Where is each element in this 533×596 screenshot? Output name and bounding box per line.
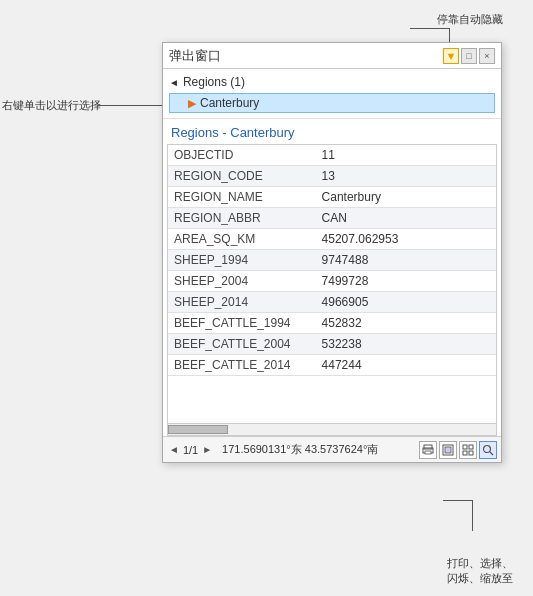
field-value: 532238 [316, 334, 496, 355]
print-icon [422, 444, 434, 456]
table-row: OBJECTID11 [168, 145, 496, 166]
table-row: AREA_SQ_KM45207.062953 [168, 229, 496, 250]
tree-group-label: Regions (1) [183, 75, 245, 89]
field-value: 452832 [316, 313, 496, 334]
field-name: SHEEP_1994 [168, 250, 316, 271]
tree-group: ◄ Regions (1) [169, 73, 495, 91]
field-value: 4966905 [316, 292, 496, 313]
table-row: BEEF_CATTLE_2004532238 [168, 334, 496, 355]
print-button[interactable] [419, 441, 437, 459]
flash-icon [462, 444, 474, 456]
attributes-table-container[interactable]: OBJECTID11REGION_CODE13REGION_NAMECanter… [167, 144, 497, 424]
table-row: REGION_ABBRCAN [168, 208, 496, 229]
field-name: BEEF_CATTLE_2004 [168, 334, 316, 355]
tree-area: ◄ Regions (1) ▶ Canterbury [163, 69, 501, 119]
field-name: REGION_ABBR [168, 208, 316, 229]
field-name: REGION_CODE [168, 166, 316, 187]
zoom-icon [482, 444, 494, 456]
annotation-left: 右键单击以进行选择 [2, 98, 101, 113]
field-value: 11 [316, 145, 496, 166]
select-button[interactable] [439, 441, 457, 459]
restore-button[interactable]: □ [461, 48, 477, 64]
table-row: SHEEP_19949747488 [168, 250, 496, 271]
h-scroll-thumb[interactable] [168, 425, 228, 434]
field-value: 447244 [316, 355, 496, 376]
zoom-button[interactable] [479, 441, 497, 459]
field-name: AREA_SQ_KM [168, 229, 316, 250]
annotation-bottom: 打印、选择、 闪烁、缩放至 [447, 556, 513, 586]
horizontal-scrollbar[interactable] [167, 424, 497, 436]
field-name: BEEF_CATTLE_1994 [168, 313, 316, 334]
tree-item-label: Canterbury [200, 96, 259, 110]
field-value: 13 [316, 166, 496, 187]
tree-item-icon: ▶ [188, 97, 196, 110]
annotation-top: 停靠自动隐藏 [437, 12, 503, 27]
arrow-bottom-h [443, 500, 473, 501]
field-value: 45207.062953 [316, 229, 496, 250]
arrow-top-h [410, 28, 450, 29]
status-bar: ◄ 1/1 ► 171.5690131°东 43.5737624°南 [163, 436, 501, 462]
svg-line-10 [490, 452, 493, 455]
select-icon [442, 444, 454, 456]
title-buttons: ▼ □ × [443, 48, 495, 64]
field-value: 9747488 [316, 250, 496, 271]
title-bar: 弹出窗口 ▼ □ × [163, 43, 501, 69]
detail-header: Regions - Canterbury [163, 119, 501, 144]
tree-item-canterbury[interactable]: ▶ Canterbury [169, 93, 495, 113]
svg-rect-2 [425, 451, 431, 454]
page-indicator: 1/1 [183, 444, 198, 456]
table-row: SHEEP_20144966905 [168, 292, 496, 313]
table-row: BEEF_CATTLE_1994452832 [168, 313, 496, 334]
field-value: 7499728 [316, 271, 496, 292]
field-name: OBJECTID [168, 145, 316, 166]
table-row: REGION_CODE13 [168, 166, 496, 187]
field-name: BEEF_CATTLE_2014 [168, 355, 316, 376]
pin-button[interactable]: ▼ [443, 48, 459, 64]
popup-window: 弹出窗口 ▼ □ × ◄ Regions (1) ▶ Canterbury Re… [162, 42, 502, 463]
svg-rect-6 [469, 445, 473, 449]
window-title: 弹出窗口 [169, 47, 221, 65]
nav-next-button[interactable]: ► [200, 443, 214, 456]
table-row: BEEF_CATTLE_2014447244 [168, 355, 496, 376]
svg-rect-8 [469, 451, 473, 455]
svg-rect-4 [445, 447, 451, 453]
close-button[interactable]: × [479, 48, 495, 64]
arrow-bottom-v [472, 501, 473, 531]
nav-controls: ◄ 1/1 ► [167, 443, 214, 456]
arrow-left-h [98, 105, 166, 106]
svg-rect-5 [463, 445, 467, 449]
nav-prev-button[interactable]: ◄ [167, 443, 181, 456]
field-value: Canterbury [316, 187, 496, 208]
attributes-table: OBJECTID11REGION_CODE13REGION_NAMECanter… [168, 145, 496, 376]
coordinates-display: 171.5690131°东 43.5737624°南 [222, 442, 415, 457]
field-name: REGION_NAME [168, 187, 316, 208]
svg-rect-7 [463, 451, 467, 455]
svg-point-9 [484, 445, 491, 452]
table-row: SHEEP_20047499728 [168, 271, 496, 292]
flash-button[interactable] [459, 441, 477, 459]
field-value: CAN [316, 208, 496, 229]
table-row: REGION_NAMECanterbury [168, 187, 496, 208]
field-name: SHEEP_2004 [168, 271, 316, 292]
toolbar-tools [419, 441, 497, 459]
field-name: SHEEP_2014 [168, 292, 316, 313]
tree-collapse-icon: ◄ [169, 77, 179, 88]
